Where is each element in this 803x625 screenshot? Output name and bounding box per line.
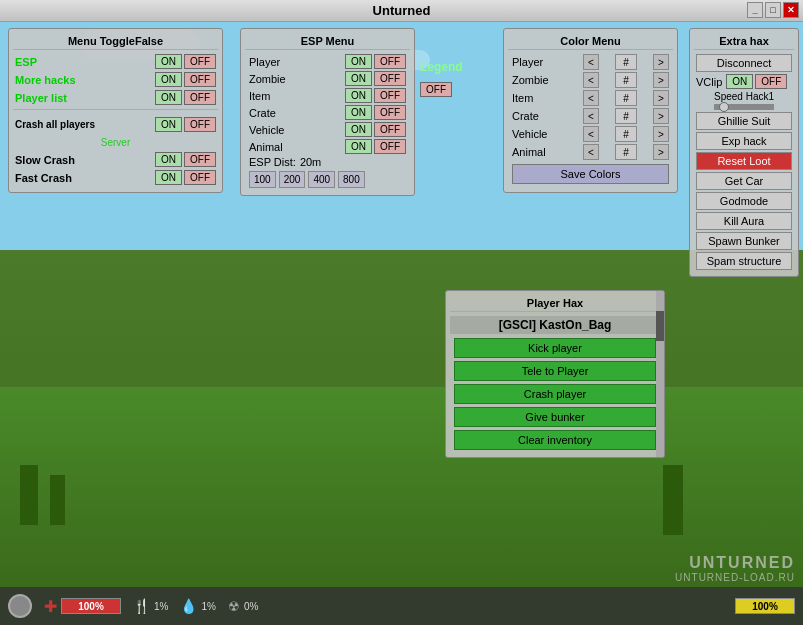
ghillie-suit-button[interactable]: Ghillie Suit <box>696 112 792 130</box>
health-bar: 100% <box>61 598 121 614</box>
dist-400[interactable]: 400 <box>308 171 335 188</box>
color-item-row: Item < # > <box>512 90 669 106</box>
maximize-button[interactable]: □ <box>765 2 781 18</box>
crash-all-off-button[interactable]: OFF <box>184 117 216 132</box>
dist-200[interactable]: 200 <box>279 171 306 188</box>
slow-crash-on-button[interactable]: ON <box>155 152 182 167</box>
clear-inventory-button[interactable]: Clear inventory <box>454 430 656 450</box>
fast-crash-toggle: ON OFF <box>155 170 216 185</box>
scrollbar[interactable] <box>656 291 664 457</box>
color-zombie-hash[interactable]: # <box>615 72 637 88</box>
dist-100[interactable]: 100 <box>249 171 276 188</box>
esp-dist-value: 20m <box>300 156 321 168</box>
get-car-button[interactable]: Get Car <box>696 172 792 190</box>
vclip-toggle: ON OFF <box>726 74 787 89</box>
crash-all-label: Crash all players <box>15 119 95 130</box>
esp-animal-on[interactable]: ON <box>345 139 372 154</box>
vclip-off[interactable]: OFF <box>755 74 787 89</box>
vclip-label: VClip <box>696 76 722 88</box>
player-list-label: Player list <box>15 92 67 104</box>
minimize-button[interactable]: _ <box>747 2 763 18</box>
speed-thumb <box>719 102 729 112</box>
ammo-bar: 100% <box>735 598 795 614</box>
crash-all-on-button[interactable]: ON <box>155 117 182 132</box>
crash-player-button[interactable]: Crash player <box>454 384 656 404</box>
legend-label: Legend <box>420 60 463 74</box>
esp-player-on[interactable]: ON <box>345 54 372 69</box>
fast-crash-off-button[interactable]: OFF <box>184 170 216 185</box>
esp-item-off[interactable]: OFF <box>374 88 406 103</box>
color-crate-right[interactable]: > <box>653 108 669 124</box>
color-crate-hash[interactable]: # <box>615 108 637 124</box>
tele-to-player-button[interactable]: Tele to Player <box>454 361 656 381</box>
color-animal-hash[interactable]: # <box>615 144 637 160</box>
more-hacks-off-button[interactable]: OFF <box>184 72 216 87</box>
food-icon: 🍴 <box>133 598 150 614</box>
status-bar: ✚ 100% 🍴 1% 💧 1% ☢ 0% 100% <box>0 587 803 625</box>
esp-animal-row: Animal ON OFF <box>249 139 406 154</box>
more-hacks-on-button[interactable]: ON <box>155 72 182 87</box>
color-player-left[interactable]: < <box>583 54 599 70</box>
watermark-sub: UNTURNED-LOAD.RU <box>675 572 795 583</box>
godmode-button[interactable]: Godmode <box>696 192 792 210</box>
esp-item-row: Item ON OFF <box>249 88 406 103</box>
color-item-left[interactable]: < <box>583 90 599 106</box>
esp-zombie-label: Zombie <box>249 73 304 85</box>
color-crate-left[interactable]: < <box>583 108 599 124</box>
dist-800[interactable]: 800 <box>338 171 365 188</box>
save-colors-button[interactable]: Save Colors <box>512 164 669 184</box>
color-item-right[interactable]: > <box>653 90 669 106</box>
esp-animal-off[interactable]: OFF <box>374 139 406 154</box>
player-list-off-button[interactable]: OFF <box>184 90 216 105</box>
give-bunker-button[interactable]: Give bunker <box>454 407 656 427</box>
kick-player-button[interactable]: Kick player <box>454 338 656 358</box>
color-zombie-left[interactable]: < <box>583 72 599 88</box>
reset-loot-button[interactable]: Reset Loot <box>696 152 792 170</box>
esp-off-button[interactable]: OFF <box>184 54 216 69</box>
esp-zombie-off[interactable]: OFF <box>374 71 406 86</box>
color-animal-right[interactable]: > <box>653 144 669 160</box>
speed-slider[interactable] <box>714 104 774 110</box>
disconnect-button[interactable]: Disconnect <box>696 54 792 72</box>
esp-toggle: ON OFF <box>155 54 216 69</box>
color-player-hash[interactable]: # <box>615 54 637 70</box>
fast-crash-on-button[interactable]: ON <box>155 170 182 185</box>
legend-off-button[interactable]: OFF <box>420 82 452 97</box>
slow-crash-off-button[interactable]: OFF <box>184 152 216 167</box>
esp-player-off[interactable]: OFF <box>374 54 406 69</box>
esp-label: ESP <box>15 56 37 68</box>
color-animal-left[interactable]: < <box>583 144 599 160</box>
scroll-thumb <box>656 311 664 341</box>
esp-on-button[interactable]: ON <box>155 54 182 69</box>
esp-crate-on[interactable]: ON <box>345 105 372 120</box>
esp-item-toggle: ON OFF <box>345 88 406 103</box>
spawn-bunker-button[interactable]: Spawn Bunker <box>696 232 792 250</box>
esp-zombie-on[interactable]: ON <box>345 71 372 86</box>
esp-item-on[interactable]: ON <box>345 88 372 103</box>
legend-off-container: OFF <box>420 82 452 97</box>
esp-crate-off[interactable]: OFF <box>374 105 406 120</box>
color-player-right[interactable]: > <box>653 54 669 70</box>
color-vehicle-right[interactable]: > <box>653 126 669 142</box>
esp-player-toggle: ON OFF <box>345 54 406 69</box>
color-item-label: Item <box>512 92 567 104</box>
kill-aura-button[interactable]: Kill Aura <box>696 212 792 230</box>
esp-crate-toggle: ON OFF <box>345 105 406 120</box>
esp-dist-row: ESP Dist: 20m <box>249 156 406 168</box>
close-button[interactable]: ✕ <box>783 2 799 18</box>
spam-structure-button[interactable]: Spam structure <box>696 252 792 270</box>
esp-panel-title: ESP Menu <box>245 33 410 50</box>
exp-hack-button[interactable]: Exp hack <box>696 132 792 150</box>
esp-vehicle-off[interactable]: OFF <box>374 122 406 137</box>
color-vehicle-left[interactable]: < <box>583 126 599 142</box>
player-list-on-button[interactable]: ON <box>155 90 182 105</box>
color-item-hash[interactable]: # <box>615 90 637 106</box>
color-zombie-right[interactable]: > <box>653 72 669 88</box>
color-vehicle-hash[interactable]: # <box>615 126 637 142</box>
vclip-on[interactable]: ON <box>726 74 753 89</box>
compass-icon <box>8 594 32 618</box>
esp-dist-label: ESP Dist: <box>249 156 296 168</box>
esp-animal-toggle: ON OFF <box>345 139 406 154</box>
esp-zombie-toggle: ON OFF <box>345 71 406 86</box>
esp-vehicle-on[interactable]: ON <box>345 122 372 137</box>
